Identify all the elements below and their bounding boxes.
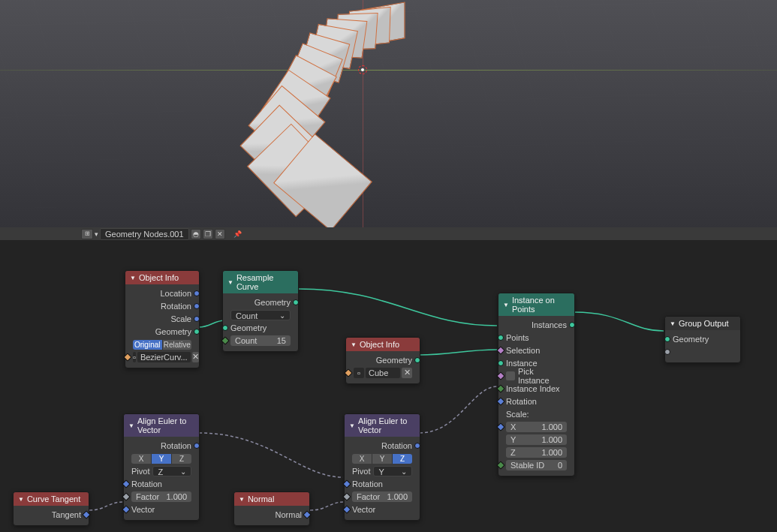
3d-viewport[interactable]: [0, 0, 777, 227]
node-resample-curve[interactable]: Resample Curve Geometry Count Geometry C…: [222, 270, 299, 352]
pivot-select[interactable]: Z: [152, 466, 191, 476]
in-selection: Selection: [506, 346, 540, 355]
in-points: Points: [506, 333, 529, 342]
in-rotation: Rotation: [131, 479, 162, 488]
axis-y[interactable]: Y: [372, 454, 393, 464]
out-geometry: Geometry: [254, 298, 291, 307]
scale-y[interactable]: Y1.000: [506, 434, 567, 445]
node-header[interactable]: Object Info: [125, 271, 199, 284]
node-header[interactable]: Curve Tangent: [14, 492, 89, 506]
node-align-euler-2[interactable]: Align Euler to Vector Rotation XYZ Pivot…: [344, 413, 420, 521]
in-geometry: Geometry: [230, 323, 267, 332]
clear-icon[interactable]: ✕: [192, 352, 199, 362]
node-group-output[interactable]: Group Output Geometry: [664, 316, 741, 363]
editor-type-icon[interactable]: ⊞: [81, 229, 93, 239]
duplicate-icon[interactable]: ❐: [203, 229, 213, 239]
axis-y[interactable]: Y: [152, 454, 172, 464]
factor-field[interactable]: Factor1.000: [352, 491, 412, 502]
out-rotation: Rotation: [161, 302, 191, 311]
out-scale: Scale: [170, 314, 191, 323]
object-icon: ▫: [354, 368, 364, 378]
in-geometry: Geometry: [673, 335, 709, 344]
node-header[interactable]: Align Euler to Vector: [124, 414, 199, 437]
in-vector: Vector: [352, 505, 375, 514]
node-header[interactable]: Resample Curve: [223, 271, 298, 293]
btn-relative[interactable]: Relative: [163, 340, 192, 350]
in-rotation: Rotation: [352, 479, 383, 488]
pivot-label: Pivot: [131, 467, 149, 476]
node-normal[interactable]: Normal Normal: [233, 491, 310, 526]
out-rotation: Rotation: [381, 441, 412, 450]
shield-icon[interactable]: ◓: [191, 229, 201, 239]
clear-icon[interactable]: ✕: [402, 368, 412, 378]
out-normal: Normal: [276, 510, 302, 519]
node-header[interactable]: Align Euler to Vector: [345, 414, 420, 437]
in-vector: Vector: [131, 505, 155, 514]
node-instance-on-points[interactable]: Instance on Points Instances Points Sele…: [498, 293, 575, 476]
count-field[interactable]: Count15: [230, 335, 291, 346]
out-geometry: Geometry: [376, 356, 412, 365]
pick-instance-checkbox[interactable]: [506, 371, 515, 380]
axis-x[interactable]: X: [352, 454, 372, 464]
stable-id[interactable]: Stable ID0: [506, 460, 567, 470]
axis-x[interactable]: X: [131, 454, 152, 464]
node-header[interactable]: Group Output: [665, 317, 740, 330]
mode-select[interactable]: Count: [230, 310, 291, 320]
out-geometry: Geometry: [155, 327, 191, 336]
pivot-select[interactable]: Y: [373, 466, 412, 476]
node-header[interactable]: Normal: [234, 492, 309, 506]
out-rotation: Rotation: [161, 441, 191, 450]
in-rotation: Rotation: [506, 397, 537, 406]
factor-field[interactable]: Factor1.000: [131, 491, 191, 502]
object-field[interactable]: Cube: [366, 368, 400, 378]
instanced-geometry: [240, 0, 435, 218]
node-header[interactable]: Instance on Points: [498, 293, 574, 316]
pin-icon[interactable]: 📌: [233, 229, 243, 239]
node-object-info-2[interactable]: Object Info Geometry ▫Cube✕: [345, 337, 420, 384]
node-align-euler-1[interactable]: Align Euler to Vector Rotation XYZ Pivot…: [123, 413, 200, 521]
node-editor-header: ⊞ ▾ Geometry Nodes.001 ◓ ❐ ✕ 📌: [0, 227, 777, 241]
nodetree-name-field[interactable]: Geometry Nodes.001: [100, 228, 189, 240]
scale-z[interactable]: Z1.000: [506, 447, 567, 458]
axis-z[interactable]: Z: [393, 454, 412, 464]
node-curve-tangent[interactable]: Curve Tangent Tangent: [13, 491, 89, 526]
scale-label: Scale:: [506, 410, 529, 419]
out-tangent: Tangent: [52, 510, 81, 519]
out-instances: Instances: [532, 320, 567, 329]
axis-z[interactable]: Z: [172, 454, 191, 464]
node-editor[interactable]: Object Info Location Rotation Scale Geom…: [0, 241, 777, 532]
btn-original[interactable]: Original: [133, 340, 163, 350]
object-field[interactable]: BezierCurv...: [137, 352, 191, 362]
unlink-icon[interactable]: ✕: [215, 229, 225, 239]
node-header[interactable]: Object Info: [346, 338, 420, 351]
pivot-label: Pivot: [352, 467, 370, 476]
object-icon: ▫: [133, 352, 136, 362]
node-object-info-1[interactable]: Object Info Location Rotation Scale Geom…: [125, 270, 200, 368]
in-index: Instance Index: [506, 384, 560, 393]
out-location: Location: [160, 289, 191, 298]
scale-x[interactable]: X1.000: [506, 422, 567, 432]
